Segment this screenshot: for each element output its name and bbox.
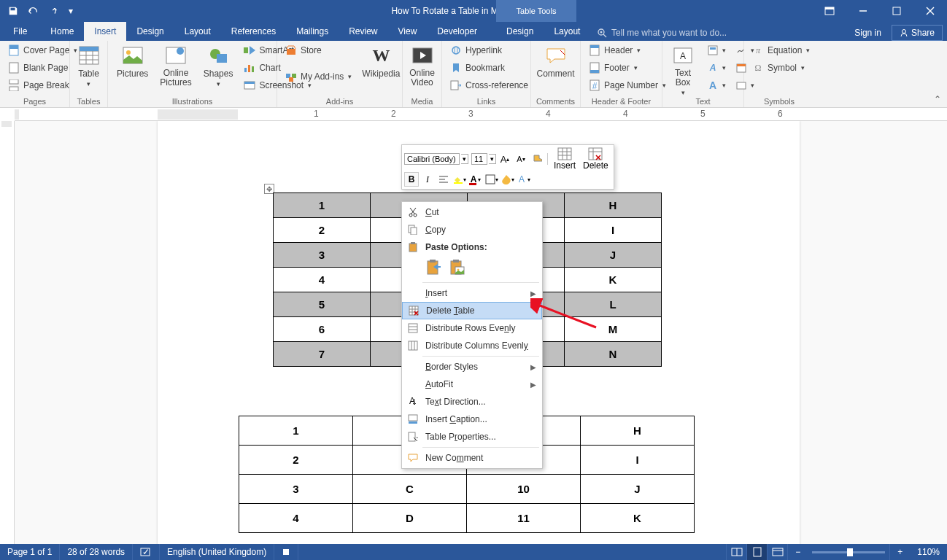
header-button[interactable]: Header▾: [585, 42, 669, 58]
table-cell[interactable]: C: [353, 475, 467, 504]
dropcap-button[interactable]: A▾: [703, 77, 729, 93]
save-button[interactable]: [4, 2, 22, 20]
tab-layout[interactable]: Layout: [174, 22, 221, 41]
web-layout-button[interactable]: [767, 544, 787, 560]
undo-button[interactable]: [25, 2, 42, 20]
pictures-button[interactable]: Pictures: [112, 42, 152, 80]
paste-picture[interactable]: [447, 257, 468, 278]
online-video-button[interactable]: Online Video: [405, 42, 439, 89]
document-area[interactable]: ✥ ▾ ▾ A▴ A▾ Insert Delete B I ▾ A▾ ▾ ▾: [15, 121, 947, 544]
table-cell[interactable]: D: [353, 504, 467, 533]
table-cell[interactable]: 2: [239, 446, 353, 475]
page-indicator[interactable]: Page 1 of 1: [0, 544, 60, 560]
ctx-insert[interactable]: Insert▶: [402, 284, 542, 302]
word-count[interactable]: 28 of 28 words: [60, 544, 133, 560]
maximize-button[interactable]: [880, 0, 913, 22]
sign-in-link[interactable]: Sign in: [847, 25, 889, 41]
ctx-autofit[interactable]: AutoFit▶: [402, 376, 542, 393]
table-cell[interactable]: 3: [239, 475, 353, 504]
border-button[interactable]: ▾: [484, 172, 499, 187]
shrink-font-button[interactable]: A▾: [514, 152, 528, 166]
quickparts-button[interactable]: ▾: [703, 42, 729, 58]
comment-button[interactable]: Comment: [533, 42, 579, 80]
textbox-button[interactable]: AText Box▾: [667, 42, 699, 98]
table-cell[interactable]: M: [565, 317, 662, 342]
ribbon-display-options[interactable]: [813, 0, 846, 22]
table-cell[interactable]: L: [565, 292, 662, 317]
online-pictures-button[interactable]: Online Pictures: [155, 42, 196, 89]
close-button[interactable]: [913, 0, 947, 22]
align-button[interactable]: [436, 172, 451, 187]
table-cell[interactable]: K: [565, 268, 662, 292]
italic-button[interactable]: I: [420, 172, 435, 187]
ctx-table-properties[interactable]: Table Properties...: [402, 428, 542, 446]
table-cell[interactable]: N: [565, 342, 662, 367]
share-button[interactable]: Share: [892, 25, 943, 41]
spellcheck-button[interactable]: ✓: [133, 544, 160, 560]
table-cell[interactable]: 7: [274, 342, 371, 367]
ctx-delete-table[interactable]: Delete Table: [402, 302, 542, 319]
collapse-ribbon-button[interactable]: ⌃: [934, 94, 941, 104]
ctx-insert-caption[interactable]: Insert Caption...: [402, 411, 542, 428]
table-cell[interactable]: H: [581, 416, 695, 446]
macro-recording[interactable]: [274, 544, 298, 560]
print-layout-button[interactable]: [746, 544, 767, 560]
tab-home[interactable]: Home: [40, 22, 84, 41]
table-cell[interactable]: 4: [274, 268, 371, 292]
store-button[interactable]: Store: [282, 42, 355, 58]
table-cell[interactable]: 2: [274, 218, 371, 243]
symbol-button[interactable]: ΩSymbol▾: [749, 60, 813, 76]
ctx-text-direction[interactable]: AText Direction...: [402, 393, 542, 411]
hyperlink-button[interactable]: Hyperlink: [447, 42, 531, 58]
styles-button[interactable]: A▾: [517, 172, 531, 187]
cover-page-button[interactable]: Cover Page▾: [4, 42, 80, 58]
read-mode-button[interactable]: [726, 544, 746, 560]
ctx-distribute-cols[interactable]: Distribute Columns Evenly: [402, 337, 542, 354]
page-break-button[interactable]: Page Break: [4, 77, 80, 93]
equation-button[interactable]: πEquation▾: [749, 42, 813, 58]
tab-file[interactable]: File: [0, 22, 40, 41]
tab-table-layout[interactable]: Layout: [544, 22, 590, 41]
blank-page-button[interactable]: Blank Page: [4, 60, 80, 76]
tell-me-search[interactable]: Tell me what you want to do...: [591, 25, 733, 41]
mini-size-select[interactable]: [471, 153, 487, 165]
table-cell[interactable]: J: [581, 475, 695, 504]
highlight-button[interactable]: ▾: [452, 172, 467, 187]
tab-mailings[interactable]: Mailings: [286, 22, 339, 41]
mini-insert-button[interactable]: Insert: [551, 147, 579, 171]
horizontal-ruler[interactable]: 123 4456: [15, 108, 947, 121]
table-cell[interactable]: 5: [274, 292, 371, 317]
language-indicator[interactable]: English (United Kingdom): [160, 544, 274, 560]
page-number-button[interactable]: #Page Number▾: [585, 77, 669, 93]
my-addins-button[interactable]: My Add-ins▾: [282, 69, 355, 85]
redo-button[interactable]: [45, 2, 63, 20]
tab-references[interactable]: References: [221, 22, 286, 41]
table-cell[interactable]: I: [565, 218, 662, 243]
table-cell[interactable]: 1: [239, 416, 353, 446]
tab-view[interactable]: View: [388, 22, 428, 41]
wikipedia-button[interactable]: WWikipedia: [357, 42, 404, 80]
format-painter-button[interactable]: [530, 152, 544, 166]
qat-dropdown-icon[interactable]: ▾: [69, 6, 73, 16]
minimize-button[interactable]: [846, 0, 880, 22]
table-cell[interactable]: H: [565, 193, 662, 218]
bookmark-button[interactable]: Bookmark: [447, 60, 531, 76]
zoom-slider[interactable]: [812, 551, 885, 553]
shading-button[interactable]: ▾: [500, 172, 515, 187]
zoom-level[interactable]: 110%: [910, 544, 947, 560]
tab-review[interactable]: Review: [339, 22, 387, 41]
tab-insert[interactable]: Insert: [84, 22, 126, 41]
font-color-button[interactable]: A▾: [468, 172, 483, 187]
table-button[interactable]: Table▾: [73, 42, 105, 89]
mini-delete-button[interactable]: Delete: [580, 147, 611, 171]
mini-font-select[interactable]: [404, 153, 460, 165]
bold-button[interactable]: B: [404, 172, 419, 187]
ctx-new-comment[interactable]: New Comment: [402, 449, 542, 467]
table-cell[interactable]: 11: [467, 504, 581, 533]
table-cell[interactable]: K: [581, 504, 695, 533]
tab-table-design[interactable]: Design: [496, 22, 544, 41]
ctx-cut[interactable]: Cut: [402, 203, 542, 221]
tab-developer[interactable]: Developer: [427, 22, 487, 41]
table-cell[interactable]: 10: [467, 475, 581, 504]
wordart-button[interactable]: A▾: [703, 60, 729, 76]
